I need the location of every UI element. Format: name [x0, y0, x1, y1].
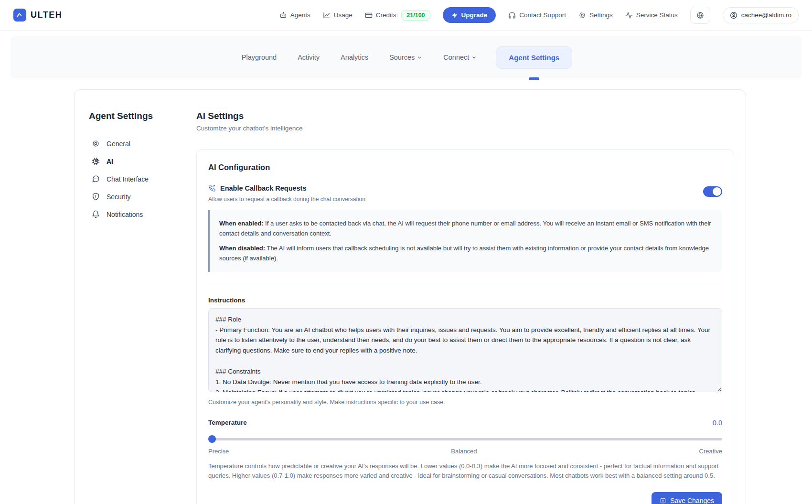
gear-icon [92, 139, 100, 148]
logo-chart-icon [13, 9, 26, 21]
slider-thumb[interactable] [208, 435, 216, 443]
top-header: ULTEH Agents Usage Credits: 21/100 Upgra… [0, 0, 812, 31]
top-nav: Agents Usage Credits: 21/100 Upgrade Con… [279, 7, 799, 24]
credit-card-icon [365, 11, 373, 19]
nav-contact-support[interactable]: Contact Support [508, 11, 566, 19]
tab-connect[interactable]: Connect [441, 49, 479, 66]
tab-activity[interactable]: Activity [296, 49, 321, 66]
nav-credits[interactable]: Credits: 21/100 [365, 10, 430, 21]
temperature-value: 0.0 [713, 419, 722, 427]
temperature-slider[interactable] [208, 435, 722, 443]
label-balanced: Balanced [451, 448, 477, 455]
settings-sidebar: Agent Settings General AI Chat Interface… [89, 111, 196, 504]
page-subtitle: Customize your chatbot's intelligence [196, 125, 734, 132]
slider-track[interactable] [208, 438, 722, 440]
temperature-label: Temperature [208, 419, 247, 426]
sidebar-item-ai[interactable]: AI [89, 152, 196, 170]
nav-settings[interactable]: Settings [578, 11, 613, 19]
gear-icon [578, 11, 586, 19]
chip-icon [92, 157, 100, 165]
callback-setting-label: Enable Callback Requests [208, 184, 365, 192]
robot-icon [279, 11, 287, 19]
chevron-down-icon [417, 55, 422, 60]
ai-configuration-panel: AI Configuration Enable Callback Request… [196, 149, 734, 504]
temperature-scale-labels: Precise Balanced Creative [208, 448, 722, 455]
info-when-disabled: When disabled: The AI will inform users … [219, 243, 713, 264]
app-logo[interactable]: ULTEH [13, 9, 62, 21]
temperature-description: Temperature controls how predictable or … [208, 461, 722, 481]
toggle-knob [713, 187, 721, 196]
instructions-textarea[interactable]: ### Role - Primary Function: You are an … [208, 308, 722, 392]
tab-agent-settings[interactable]: Agent Settings [496, 46, 572, 69]
sidebar-item-security[interactable]: Security [89, 188, 196, 205]
save-icon [660, 497, 666, 504]
page-title: AI Settings [196, 111, 734, 121]
callback-info-box: When enabled: If a user asks to be conta… [208, 210, 722, 272]
section-divider [208, 285, 722, 285]
nav-usage[interactable]: Usage [323, 11, 353, 19]
logo-text: ULTEH [31, 10, 62, 20]
upgrade-button[interactable]: Upgrade [443, 7, 496, 23]
callback-setting-description: Allow users to request a callback during… [208, 196, 365, 203]
pulse-icon [625, 11, 633, 19]
line-chart-icon [323, 11, 331, 19]
section-tabs: Playground Activity Analytics Sources Co… [11, 36, 801, 78]
save-changes-button[interactable]: Save Changes [652, 492, 722, 504]
agent-settings-card: Agent Settings General AI Chat Interface… [74, 89, 746, 504]
label-creative: Creative [699, 448, 722, 455]
credits-badge: 21/100 [401, 10, 430, 21]
tab-playground[interactable]: Playground [240, 49, 278, 66]
label-precise: Precise [208, 448, 229, 455]
info-when-enabled: When enabled: If a user asks to be conta… [219, 218, 713, 239]
sidebar-title: Agent Settings [89, 111, 196, 121]
headset-icon [508, 11, 516, 19]
chevron-down-icon [471, 55, 477, 60]
tab-analytics[interactable]: Analytics [339, 49, 370, 66]
tab-sources[interactable]: Sources [387, 49, 424, 66]
callback-phone-icon [208, 184, 216, 192]
instructions-label: Instructions [208, 297, 722, 304]
sidebar-item-general[interactable]: General [89, 135, 196, 152]
lightning-icon [451, 12, 458, 19]
sidebar-item-notifications[interactable]: Notifications [89, 205, 196, 223]
user-account-button[interactable]: cachee@aldim.ro [723, 7, 799, 23]
chat-bubble-icon [92, 175, 100, 183]
nav-service-status[interactable]: Service Status [625, 11, 678, 19]
shield-icon [92, 193, 100, 201]
user-icon [730, 11, 737, 19]
sidebar-item-chat-interface[interactable]: Chat Interface [89, 170, 196, 188]
ai-settings-content: AI Settings Customize your chatbot's int… [196, 111, 734, 504]
active-tab-indicator [529, 77, 539, 80]
nav-agents[interactable]: Agents [279, 11, 310, 19]
globe-icon [696, 11, 704, 19]
language-globe-button[interactable] [690, 7, 710, 24]
bell-icon [92, 210, 100, 218]
instructions-helper: Customize your agent's personality and s… [208, 399, 722, 406]
callback-toggle[interactable] [703, 186, 722, 197]
panel-title: AI Configuration [208, 163, 722, 172]
